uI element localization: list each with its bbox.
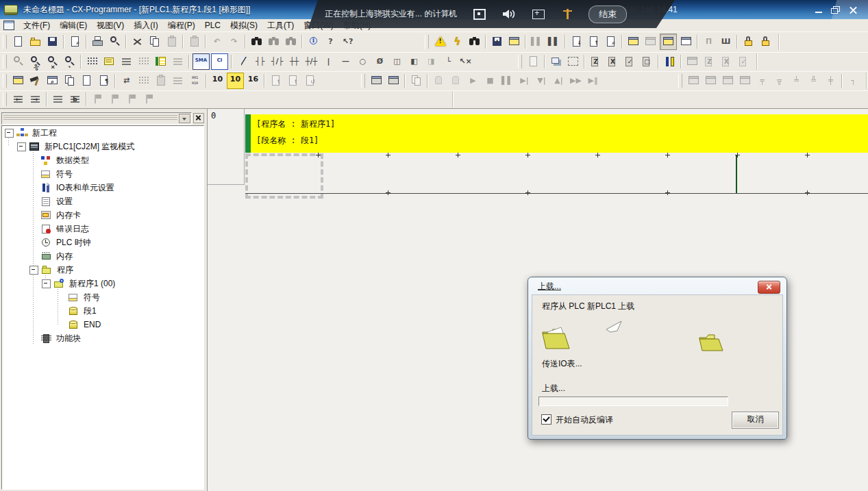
run-mode-button[interactable] bbox=[625, 34, 641, 49]
zoom-100-button[interactable] bbox=[27, 54, 43, 69]
net-join-button[interactable] bbox=[771, 73, 787, 88]
vertical-line-button[interactable] bbox=[321, 54, 336, 69]
tree-item-program1[interactable]: 新程序1 (00) bbox=[2, 277, 203, 290]
menu-insert[interactable]: 插入(I) bbox=[129, 19, 162, 32]
decimal-view-button[interactable]: 10 bbox=[210, 73, 225, 88]
work-online-button[interactable] bbox=[449, 34, 465, 49]
transfer-from-plc-button[interactable] bbox=[506, 34, 522, 49]
paste-special-button[interactable] bbox=[186, 34, 202, 49]
closed-coil-button[interactable] bbox=[372, 54, 388, 69]
indent-button[interactable] bbox=[27, 92, 43, 107]
window-v-button[interactable] bbox=[736, 54, 752, 69]
window-x-button[interactable] bbox=[719, 54, 734, 69]
save-button[interactable] bbox=[45, 34, 60, 49]
rung-comment-button[interactable] bbox=[703, 73, 719, 88]
tree-item-memory[interactable]: 内存 bbox=[2, 249, 203, 263]
tree-item-plc[interactable]: 新PLC1[CJ2M] 监视模式 bbox=[2, 140, 203, 153]
scan-run-button[interactable] bbox=[585, 73, 601, 88]
set-protection-button[interactable] bbox=[741, 34, 756, 49]
release-protection-button[interactable] bbox=[758, 34, 773, 49]
compile-program-button[interactable] bbox=[432, 34, 448, 49]
collapse-toggle[interactable] bbox=[17, 142, 26, 151]
toolbar-grip[interactable] bbox=[518, 55, 522, 68]
tree-item-symbols[interactable]: 符号 bbox=[2, 167, 203, 181]
new-window-icon[interactable] bbox=[532, 10, 545, 19]
find-window-button[interactable] bbox=[45, 73, 60, 88]
toolbar-grip[interactable] bbox=[3, 35, 7, 49]
symbols-dialog-button[interactable] bbox=[101, 54, 117, 69]
close-button[interactable] bbox=[847, 5, 860, 15]
toolbar-grip[interactable] bbox=[3, 92, 7, 106]
upload-button[interactable] bbox=[586, 34, 602, 49]
time-chart-button[interactable] bbox=[718, 34, 734, 49]
online-find-button[interactable] bbox=[467, 34, 482, 49]
connection-key-icon[interactable] bbox=[561, 8, 575, 21]
zoom-select-button[interactable] bbox=[10, 54, 26, 69]
ci-view-button[interactable]: CI bbox=[211, 53, 228, 70]
step-trace-button[interactable] bbox=[701, 34, 717, 49]
build-button[interactable] bbox=[27, 73, 43, 88]
tree-item-io-table[interactable]: IO表和单元设置 bbox=[2, 181, 203, 194]
program-compare-button[interactable] bbox=[408, 73, 424, 88]
continuous-step-button[interactable] bbox=[568, 73, 584, 88]
tree-item-plc-clock[interactable]: PLC 时钟 bbox=[2, 236, 203, 249]
stop-simulation-button[interactable] bbox=[448, 73, 464, 88]
auto-decompile-checkbox[interactable] bbox=[541, 414, 551, 425]
tree-item-error-log[interactable]: 错误日志 bbox=[2, 222, 203, 236]
context-help-button[interactable] bbox=[340, 34, 356, 49]
insert-rung-below-button[interactable] bbox=[622, 54, 638, 69]
about-button[interactable] bbox=[306, 34, 321, 49]
toolbar-grip[interactable] bbox=[425, 35, 429, 49]
find-button[interactable] bbox=[249, 34, 264, 49]
pages-view-button[interactable] bbox=[548, 54, 564, 69]
delete-rung-button[interactable] bbox=[605, 54, 621, 69]
step-in-button[interactable] bbox=[534, 73, 549, 88]
pause-button[interactable] bbox=[546, 34, 562, 49]
simulator-window-button[interactable] bbox=[369, 73, 384, 88]
properties-button[interactable] bbox=[96, 73, 112, 88]
print-button[interactable] bbox=[90, 34, 106, 49]
align-list-button[interactable] bbox=[50, 92, 66, 107]
step-out-button[interactable] bbox=[551, 73, 567, 88]
redo-button[interactable] bbox=[226, 34, 242, 49]
selection-tool-button[interactable] bbox=[235, 54, 251, 69]
simulator-log-button[interactable] bbox=[386, 73, 401, 88]
tree-item-project[interactable]: 新工程 bbox=[2, 126, 203, 140]
collapse-toggle[interactable] bbox=[5, 129, 14, 138]
monitor-transfer-button[interactable] bbox=[678, 34, 694, 49]
show-addresses-button[interactable] bbox=[119, 54, 134, 69]
go-top-button[interactable] bbox=[285, 73, 301, 88]
monitor-data-button[interactable] bbox=[136, 54, 151, 69]
net-cross-button[interactable] bbox=[823, 73, 839, 88]
prev-bookmark-button[interactable] bbox=[124, 92, 140, 107]
connector-button[interactable] bbox=[441, 54, 456, 69]
tree-item-programs[interactable]: 程序 bbox=[2, 263, 203, 277]
block-list-button[interactable] bbox=[67, 92, 83, 107]
ladder-cursor-cell[interactable] bbox=[245, 153, 323, 199]
cut-button[interactable] bbox=[129, 34, 145, 49]
end-session-button[interactable]: 结束 bbox=[588, 5, 627, 23]
zoom-out-button[interactable] bbox=[62, 54, 77, 69]
cancel-button[interactable]: 取消 bbox=[732, 412, 779, 429]
step-run-button[interactable] bbox=[517, 73, 532, 88]
grid-toggle-button[interactable] bbox=[84, 54, 100, 69]
clear-bookmarks-button[interactable] bbox=[141, 92, 157, 107]
toolbar-grip[interactable] bbox=[361, 74, 365, 88]
workspace-close-icon[interactable] bbox=[193, 113, 204, 123]
window-z-button[interactable] bbox=[702, 54, 717, 69]
net-branch-button[interactable] bbox=[754, 73, 770, 88]
download-button[interactable] bbox=[569, 34, 584, 49]
fullscreen-icon[interactable] bbox=[473, 9, 486, 20]
replace-button[interactable] bbox=[266, 34, 282, 49]
menu-program[interactable]: 编程(P) bbox=[163, 19, 200, 32]
pause-monitor-button[interactable] bbox=[529, 34, 545, 49]
zoom-in-button[interactable] bbox=[45, 54, 60, 69]
new-button[interactable] bbox=[10, 34, 26, 49]
watch-grid-button[interactable] bbox=[136, 73, 151, 88]
clipboard-window-button[interactable] bbox=[10, 73, 26, 88]
plc-monitor-button[interactable] bbox=[660, 34, 677, 50]
contact-nc-button[interactable] bbox=[269, 54, 285, 69]
menu-view[interactable]: 视图(V) bbox=[92, 19, 129, 32]
chevron-down-icon[interactable] bbox=[179, 114, 190, 123]
sma-view-button[interactable]: SMA bbox=[193, 53, 210, 70]
